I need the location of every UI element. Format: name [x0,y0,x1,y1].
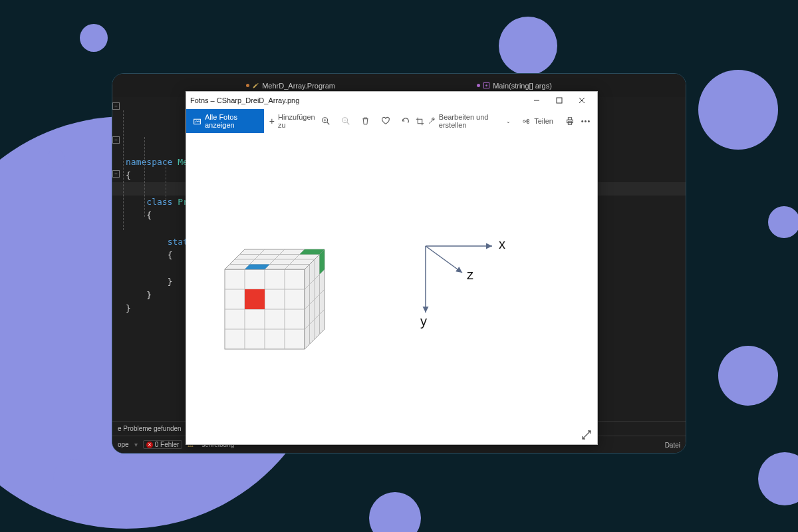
svg-line-8 [327,122,330,125]
minimize-button[interactable] [525,92,548,109]
chevron-down-icon: ⌄ [506,118,511,124]
axis-x-label: x [499,237,505,252]
favorite-icon[interactable] [381,116,390,126]
delete-icon[interactable] [361,116,370,126]
fold-toggle[interactable]: − [112,136,120,144]
edit-create-button[interactable]: Bearbeiten und erstellen ⌄ [410,109,516,133]
cube-diagram [218,243,331,356]
photos-toolbar: Alle Fotos anzeigen + Hinzufügen zu Bear… [186,109,597,133]
status-problems: e Probleme gefunden [118,425,182,432]
fold-toggle[interactable]: − [112,102,120,110]
bg-circle [53,459,90,496]
breadcrumb-method-label: Main(string[] args) [493,82,552,90]
bg-circle [768,206,798,238]
zoom-out-icon[interactable] [341,116,350,126]
print-icon[interactable] [565,116,575,126]
photos-titlebar[interactable]: Fotns – CSharp_DreiD_Array.png [186,92,597,109]
axes-diagram: x z y [412,233,519,339]
svg-rect-24 [245,289,265,309]
axis-y-label: y [420,314,427,329]
svg-rect-15 [568,118,571,120]
wrench-icon [252,82,259,89]
errors-badge[interactable]: ✕ 0 Fehler [143,440,183,449]
breadcrumb-class[interactable]: MehrD_Array.Program [246,82,335,90]
error-scope[interactable]: ope [118,441,129,448]
bg-circle [369,492,421,532]
bg-circle [80,24,108,52]
bg-circle [718,346,778,406]
crop-icon [416,116,424,126]
axis-z-label: z [467,267,473,283]
magic-icon [428,116,436,126]
fold-gutter: − − − [112,97,120,421]
plus-icon: + [269,116,275,126]
collection-icon [193,116,201,126]
maximize-button[interactable] [548,92,571,109]
share-icon [521,116,531,126]
photo-canvas[interactable]: x z y [186,133,597,444]
window-title: Fotns – CSharp_DreiD_Array.png [190,96,299,104]
see-all-photos-button[interactable]: Alle Fotos anzeigen [186,109,264,133]
fold-toggle[interactable]: − [112,170,120,178]
breadcrumb-class-label: MehrD_Array.Program [262,82,335,90]
add-to-button[interactable]: + Hinzufügen zu [264,109,321,133]
svg-rect-3 [557,98,562,103]
rotate-icon[interactable] [401,116,410,126]
svg-point-1 [485,84,487,86]
share-button[interactable]: Teilen [516,109,559,133]
bg-circle [698,70,778,150]
device-frame: MehrD_Array.Program Main(string[] args) … [112,73,686,454]
zoom-in-icon[interactable] [321,116,331,126]
bg-circle [499,17,557,75]
svg-line-12 [347,122,350,125]
svg-line-44 [426,246,462,273]
error-file-header: Datei [665,442,680,449]
more-icon[interactable]: ••• [581,116,591,126]
status-dot-icon [246,84,249,87]
method-icon [483,82,490,89]
bg-circle [47,150,65,168]
expand-icon[interactable] [581,430,592,440]
error-icon: ✕ [146,442,153,448]
close-button[interactable] [571,92,593,109]
breadcrumb-method[interactable]: Main(string[] args) [477,82,552,90]
code-content: namespace Me { class Pr { stat { } } } [120,97,194,421]
bg-circle [758,452,798,505]
photos-window: Fotns – CSharp_DreiD_Array.png Alle Foto… [186,91,598,445]
status-dot-icon [477,84,480,87]
